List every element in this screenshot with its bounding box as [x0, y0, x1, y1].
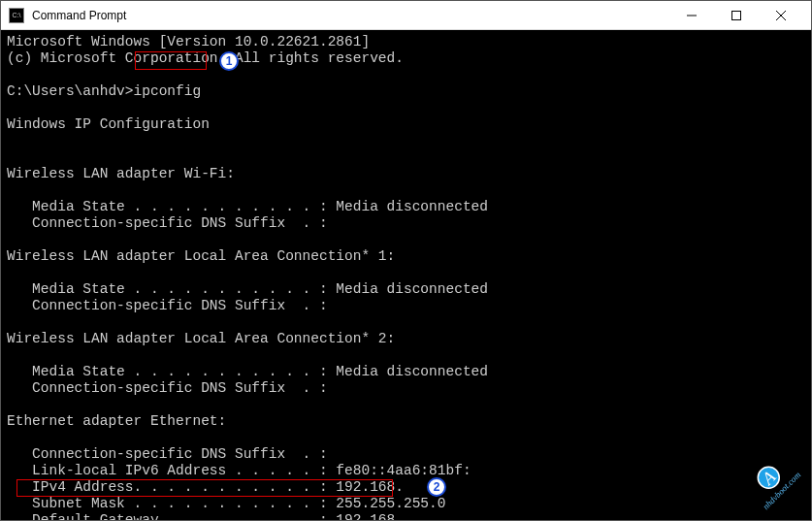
command-prompt-window: C:\ Command Prompt Microsoft Windows [Ve…: [0, 0, 812, 521]
command-text: ipconfig: [134, 83, 202, 99]
cmd-icon: C:\: [9, 8, 24, 23]
prompt: C:\Users\anhdv>: [7, 83, 134, 99]
window-controls: [669, 1, 803, 30]
adapter-heading: Ethernet adapter Ethernet:: [7, 413, 226, 429]
banner-line: Microsoft Windows [Version 10.0.22621.28…: [7, 34, 370, 49]
output-line: Connection-specific DNS Suffix . :: [7, 380, 328, 396]
minimize-button[interactable]: [669, 1, 714, 30]
window-title: Command Prompt: [32, 9, 669, 22]
output-line: Subnet Mask . . . . . . . . . . . : 255.…: [7, 496, 445, 511]
adapter-heading: Wireless LAN adapter Wi-Fi:: [7, 166, 235, 181]
titlebar[interactable]: C:\ Command Prompt: [1, 1, 811, 30]
output-line: Default Gateway . . . . . . . . . : 192.…: [7, 512, 404, 520]
output-line: Media State . . . . . . . . . . . : Medi…: [7, 364, 488, 379]
adapter-heading: Wireless LAN adapter Local Area Connecti…: [7, 331, 395, 346]
output-line: Media State . . . . . . . . . . . : Medi…: [7, 281, 488, 297]
section-heading: Windows IP Configuration: [7, 116, 210, 132]
output-line: Connection-specific DNS Suffix . :: [7, 298, 328, 313]
svg-rect-1: [732, 11, 741, 19]
output-line: Connection-specific DNS Suffix . :: [7, 446, 328, 462]
close-button[interactable]: [759, 1, 803, 30]
output-line: Link-local IPv6 Address . . . . . : fe80…: [7, 463, 471, 478]
output-line: IPv4 Address. . . . . . . . . . . : 192.…: [7, 479, 404, 495]
output-line: Connection-specific DNS Suffix . :: [7, 215, 328, 231]
banner-line: (c) Microsoft Corporation. All rights re…: [7, 50, 404, 66]
maximize-button[interactable]: [714, 1, 759, 30]
terminal-output[interactable]: Microsoft Windows [Version 10.0.22621.28…: [1, 30, 811, 520]
adapter-heading: Wireless LAN adapter Local Area Connecti…: [7, 248, 395, 264]
output-line: Media State . . . . . . . . . . . : Medi…: [7, 199, 488, 214]
